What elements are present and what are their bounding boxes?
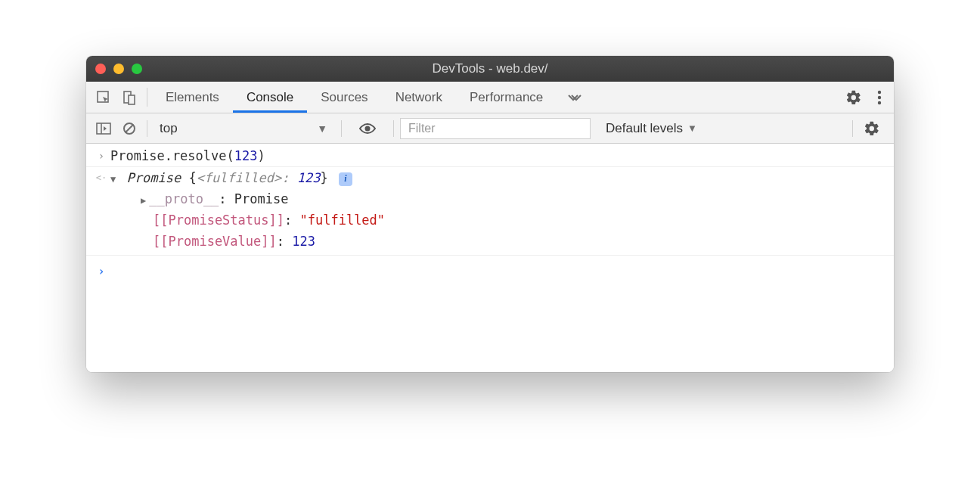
maximize-window-button[interactable] xyxy=(132,64,142,74)
separator xyxy=(147,88,147,107)
tab-performance[interactable]: Performance xyxy=(456,82,557,113)
minimize-window-button[interactable] xyxy=(113,64,124,74)
levels-label: Default levels xyxy=(606,121,683,136)
input-chevron-icon: › xyxy=(92,145,110,165)
tab-console[interactable]: Console xyxy=(233,82,307,113)
property-key: __proto__ xyxy=(149,191,219,206)
inspect-element-icon[interactable] xyxy=(91,82,116,113)
console-prompt[interactable]: › xyxy=(86,255,894,281)
svg-rect-2 xyxy=(129,95,135,104)
expand-toggle-icon[interactable]: ▼ xyxy=(110,172,119,188)
console-input-code: Promise.resolve(123) xyxy=(110,145,265,166)
dropdown-caret-icon: ▼ xyxy=(687,123,697,134)
log-levels-select[interactable]: Default levels ▼ xyxy=(594,121,709,136)
console-settings-icon[interactable] xyxy=(856,120,888,137)
svg-point-10 xyxy=(365,126,371,131)
devtools-tabbar: Elements Console Sources Network Perform… xyxy=(86,82,894,113)
expand-right-icon[interactable]: ▶ xyxy=(141,195,146,206)
more-options-icon[interactable] xyxy=(870,90,889,105)
prompt-chevron-icon: › xyxy=(92,260,110,281)
console-output: › Promise.resolve(123) <· ▼ Promise {<fu… xyxy=(86,144,894,372)
tab-elements[interactable]: Elements xyxy=(152,82,233,113)
toggle-sidebar-icon[interactable] xyxy=(92,118,115,139)
window-title: DevTools - web.dev/ xyxy=(86,61,894,76)
close-window-button[interactable] xyxy=(95,64,106,74)
context-select[interactable]: top ▼ xyxy=(154,121,335,136)
promise-state-value: 123 xyxy=(297,170,321,185)
traffic-lights xyxy=(95,64,142,74)
device-toolbar-icon[interactable] xyxy=(116,82,142,113)
console-input-echo[interactable]: › Promise.resolve(123) xyxy=(86,145,894,167)
live-expression-icon[interactable] xyxy=(348,123,387,135)
property-value: Promise xyxy=(234,191,289,206)
svg-point-5 xyxy=(878,101,881,104)
dropdown-caret-icon: ▼ xyxy=(317,123,327,135)
devtools-window: DevTools - web.dev/ Elements Console Sou… xyxy=(86,56,894,372)
property-key: [[PromiseValue]] xyxy=(153,234,277,249)
separator xyxy=(393,120,394,137)
separator xyxy=(852,120,853,137)
tab-sources[interactable]: Sources xyxy=(307,82,381,113)
more-tabs-icon[interactable] xyxy=(557,82,593,113)
tab-network[interactable]: Network xyxy=(382,82,456,113)
result-object[interactable]: ▼ Promise {<fulfilled>: 123} i xyxy=(110,167,352,188)
separator xyxy=(341,120,342,137)
output-chevron-icon: <· xyxy=(92,167,110,186)
property-row-value[interactable]: [[PromiseValue]]: 123 xyxy=(86,231,894,252)
console-result-row[interactable]: <· ▼ Promise {<fulfilled>: 123} i xyxy=(86,167,894,188)
context-label: top xyxy=(160,121,178,136)
console-toolbar: top ▼ Default levels ▼ xyxy=(86,113,894,144)
property-value: "fulfilled" xyxy=(299,213,385,228)
titlebar: DevTools - web.dev/ xyxy=(86,56,894,82)
settings-gear-icon[interactable] xyxy=(838,89,870,106)
clear-console-icon[interactable] xyxy=(118,118,141,139)
property-value: 123 xyxy=(292,234,315,249)
filter-input[interactable] xyxy=(400,118,591,139)
separator xyxy=(147,120,147,137)
object-class-name: Promise xyxy=(126,170,181,185)
info-badge-icon[interactable]: i xyxy=(339,172,352,186)
svg-point-3 xyxy=(878,90,881,93)
property-row-proto[interactable]: ▶__proto__: Promise xyxy=(86,188,894,209)
svg-line-9 xyxy=(126,125,133,132)
promise-state-label: <fulfilled> xyxy=(197,170,282,185)
svg-point-4 xyxy=(878,95,881,98)
property-key: [[PromiseStatus]] xyxy=(153,213,284,228)
property-row-status[interactable]: [[PromiseStatus]]: "fulfilled" xyxy=(86,209,894,231)
